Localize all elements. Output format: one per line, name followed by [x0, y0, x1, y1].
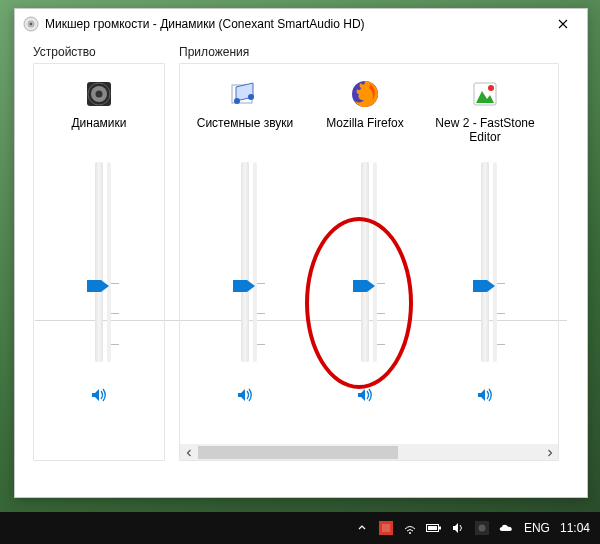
tray-app-dark-icon[interactable] — [474, 520, 490, 536]
apps-group-box: Системные звуки — [179, 63, 559, 461]
volume-icon — [235, 385, 255, 405]
apps-horizontal-scrollbar[interactable] — [180, 444, 558, 461]
svg-rect-17 — [439, 527, 441, 530]
app-mute-button[interactable] — [234, 384, 256, 406]
window-title: Микшер громкости - Динамики (Conexant Sm… — [45, 17, 543, 31]
system-tray — [354, 520, 514, 536]
tray-overflow-chevron-icon[interactable] — [354, 520, 370, 536]
scroll-left-button[interactable] — [180, 444, 197, 461]
apps-group-label: Приложения — [179, 45, 559, 59]
system-sounds-icon — [228, 77, 262, 111]
svg-point-15 — [409, 532, 411, 534]
app-channel-firefox: Mozilla Firefox — [306, 74, 424, 438]
volume-icon — [89, 385, 109, 405]
app-channel-system-sounds: Системные звуки — [186, 74, 304, 438]
slider-thumb — [87, 280, 109, 292]
svg-rect-14 — [382, 524, 390, 532]
app-volume-slider[interactable] — [346, 156, 384, 376]
tray-language-indicator[interactable]: ENG — [524, 521, 550, 535]
svg-point-20 — [478, 525, 485, 532]
app-icon — [23, 16, 39, 32]
tray-wifi-icon[interactable] — [402, 520, 418, 536]
app-channel-label: New 2 - FastStone Editor — [426, 116, 544, 150]
close-icon — [558, 19, 568, 29]
app-icon-system-sounds[interactable] — [228, 74, 262, 114]
tray-volume-icon[interactable] — [450, 520, 466, 536]
faststone-icon — [468, 77, 502, 111]
scroll-thumb[interactable] — [198, 446, 398, 459]
svg-point-8 — [234, 98, 240, 104]
app-volume-slider[interactable] — [466, 156, 504, 376]
volume-icon — [475, 385, 495, 405]
titlebar[interactable]: Микшер громкости - Динамики (Conexant Sm… — [15, 9, 587, 39]
chevron-right-icon — [546, 449, 554, 457]
svg-rect-18 — [428, 526, 437, 530]
app-icon-faststone[interactable] — [468, 74, 502, 114]
app-mute-button[interactable] — [474, 384, 496, 406]
firefox-icon — [348, 77, 382, 111]
scroll-right-button[interactable] — [541, 444, 558, 461]
apps-group: Приложения Системные звуки — [179, 45, 559, 469]
app-channel-label: Системные звуки — [197, 116, 293, 150]
device-group-box: Динамики — [33, 63, 165, 461]
device-volume-slider[interactable] — [80, 156, 118, 376]
svg-point-9 — [248, 94, 254, 100]
app-volume-slider[interactable] — [226, 156, 264, 376]
tray-battery-icon[interactable] — [426, 520, 442, 536]
speaker-device-icon — [82, 77, 116, 111]
svg-point-5 — [96, 91, 103, 98]
device-group-label: Устройство — [33, 45, 165, 59]
app-channel-label: Mozilla Firefox — [326, 116, 403, 150]
volume-icon — [355, 385, 375, 405]
svg-point-2 — [30, 23, 32, 25]
svg-point-12 — [488, 85, 494, 91]
device-group: Устройство Динамики — [33, 45, 165, 469]
scroll-track[interactable] — [197, 444, 541, 461]
device-channel: Динамики — [40, 74, 158, 454]
device-channel-label: Динамики — [71, 116, 126, 150]
app-icon-firefox[interactable] — [348, 74, 382, 114]
app-mute-button[interactable] — [354, 384, 376, 406]
volume-mixer-window: Микшер громкости - Динамики (Conexant Sm… — [14, 8, 588, 498]
device-icon[interactable] — [82, 74, 116, 114]
slider-thumb — [353, 280, 375, 292]
device-mute-button[interactable] — [88, 384, 110, 406]
mixer-body: Устройство Динамики — [15, 39, 587, 479]
close-button[interactable] — [543, 9, 583, 39]
taskbar[interactable]: ENG 11:04 — [0, 512, 600, 544]
tray-onedrive-icon[interactable] — [498, 520, 514, 536]
tray-app-red-icon[interactable] — [378, 520, 394, 536]
chevron-left-icon — [185, 449, 193, 457]
tray-clock[interactable]: 11:04 — [560, 521, 590, 535]
slider-thumb — [473, 280, 495, 292]
slider-thumb — [233, 280, 255, 292]
app-channel-faststone: New 2 - FastStone Editor — [426, 74, 544, 438]
